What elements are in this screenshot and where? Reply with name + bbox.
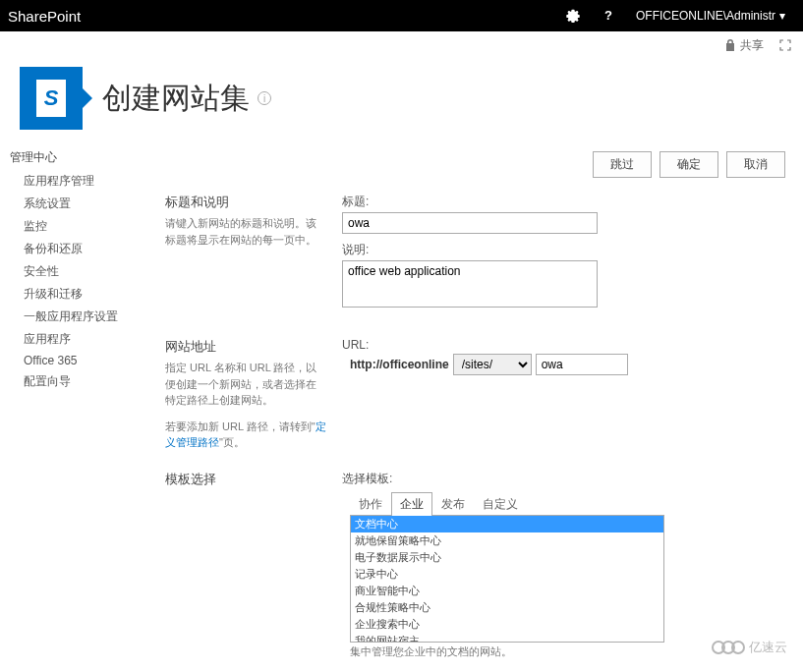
page-header: S 创建网站集 i (0, 59, 803, 145)
content-area: 跳过 确定 取消 标题和说明 请键入新网站的标题和说明。该标题将显示在网站的每一… (145, 145, 795, 672)
section-help-title: 请键入新网站的标题和说明。该标题将显示在网站的每一页中。 (165, 215, 326, 248)
template-opt-0[interactable]: 文档中心 (351, 516, 663, 532)
share-label: 共享 (740, 37, 764, 54)
sidebar-item-o365[interactable]: Office 365 (8, 351, 138, 370)
section-heading-title: 标题和说明 (165, 194, 326, 211)
sidebar-item-app-mgmt[interactable]: 应用程序管理 (8, 170, 138, 193)
section-title-desc: 标题和说明 请键入新网站的标题和说明。该标题将显示在网站的每一页中。 标题: 说… (165, 194, 785, 318)
tab-custom[interactable]: 自定义 (474, 492, 527, 516)
page-title-text: 创建网站集 (102, 79, 250, 119)
settings-gear-button[interactable] (555, 0, 591, 31)
template-listbox[interactable]: 文档中心 就地保留策略中心 电子数据展示中心 记录中心 商业智能中心 合规性策略… (350, 515, 664, 643)
sidebar-item-backup[interactable]: 备份和还原 (8, 238, 138, 260)
sidebar-root[interactable]: 管理中心 (8, 145, 138, 170)
title-label: 标题: (342, 194, 785, 210)
info-icon[interactable]: i (258, 91, 271, 105)
sidebar-item-upgrade[interactable]: 升级和迁移 (8, 283, 138, 306)
share-bar: 共享 (0, 31, 803, 59)
template-opt-2[interactable]: 电子数据展示中心 (351, 549, 663, 566)
gear-icon (565, 8, 581, 24)
tab-collaboration[interactable]: 协作 (350, 492, 391, 516)
share-button[interactable]: 共享 (724, 37, 764, 54)
sidebar-item-general[interactable]: 一般应用程序设置 (8, 306, 138, 328)
page-title: 创建网站集 i (102, 79, 271, 119)
template-opt-4[interactable]: 商业智能中心 (351, 583, 663, 599)
title-input[interactable] (342, 212, 598, 234)
sidebar-item-apps[interactable]: 应用程序 (8, 328, 138, 351)
main-layout: 管理中心 应用程序管理 系统设置 监控 备份和还原 安全性 升级和迁移 一般应用… (0, 145, 803, 672)
template-opt-6[interactable]: 企业搜索中心 (351, 616, 663, 633)
chevron-down-icon: ▾ (779, 9, 785, 23)
url-label: URL: (342, 338, 785, 352)
watermark: 亿速云 (716, 639, 787, 656)
sidebar-item-system[interactable]: 系统设置 (8, 193, 138, 215)
cancel-button-top[interactable]: 取消 (726, 151, 785, 178)
url-prefix: http://officeonline (350, 358, 449, 371)
template-opt-3[interactable]: 记录中心 (351, 566, 663, 583)
top-bar: SharePoint ? OFFICEONLINE\Administr ▾ (0, 0, 803, 31)
tab-publish[interactable]: 发布 (432, 492, 474, 516)
focus-icon (779, 39, 791, 51)
watermark-icon (716, 641, 745, 654)
ok-button-top[interactable]: 确定 (660, 151, 718, 178)
section-help-url: 指定 URL 名称和 URL 路径，以便创建一个新网站，或者选择在特定路径上创建… (165, 360, 326, 409)
logo-arrow (83, 88, 92, 108)
svg-text:?: ? (604, 8, 612, 23)
section-url: 网站地址 指定 URL 名称和 URL 路径，以便创建一个新网站，或者选择在特定… (165, 338, 785, 451)
url-path-select[interactable]: /sites/ (453, 354, 532, 375)
template-tabs: 协作 企业 发布 自定义 (350, 491, 785, 515)
tab-enterprise[interactable]: 企业 (391, 492, 432, 516)
desc-textarea[interactable] (342, 260, 598, 308)
user-label: OFFICEONLINE\Administr (636, 9, 775, 23)
focus-button[interactable] (779, 39, 791, 51)
section-heading-url: 网站地址 (165, 338, 326, 356)
desc-label: 说明: (342, 242, 785, 258)
section-help-url2: 若要添加新 URL 路径，请转到"定义管理路径"页。 (165, 419, 326, 451)
brand-label: SharePoint (8, 8, 81, 25)
button-row-top: 跳过 确定 取消 (165, 145, 785, 194)
url-name-input[interactable] (536, 354, 628, 375)
template-opt-1[interactable]: 就地保留策略中心 (351, 532, 663, 549)
sharepoint-logo: S (20, 67, 83, 130)
help-button[interactable]: ? (591, 0, 626, 31)
help-icon: ? (601, 8, 616, 24)
sidebar-item-security[interactable]: 安全性 (8, 260, 138, 283)
section-template: 模板选择 选择模板: 协作 企业 发布 自定义 文档中心 就地保留策略中心 电子… (165, 471, 785, 659)
section-heading-template: 模板选择 (165, 471, 326, 488)
sidebar-item-wizard[interactable]: 配置向导 (8, 370, 138, 393)
sidebar-item-monitor[interactable]: 监控 (8, 215, 138, 238)
watermark-text: 亿速云 (749, 639, 787, 656)
template-opt-7[interactable]: 我的网站宿主 (351, 633, 663, 643)
skip-button-top[interactable]: 跳过 (593, 151, 652, 178)
user-menu[interactable]: OFFICEONLINE\Administr ▾ (626, 9, 795, 23)
share-icon (724, 39, 736, 51)
template-label: 选择模板: (342, 471, 785, 487)
logo-s-glyph: S (36, 80, 66, 117)
template-opt-5[interactable]: 合规性策略中心 (351, 599, 663, 616)
sidebar: 管理中心 应用程序管理 系统设置 监控 备份和还原 安全性 升级和迁移 一般应用… (8, 145, 145, 672)
